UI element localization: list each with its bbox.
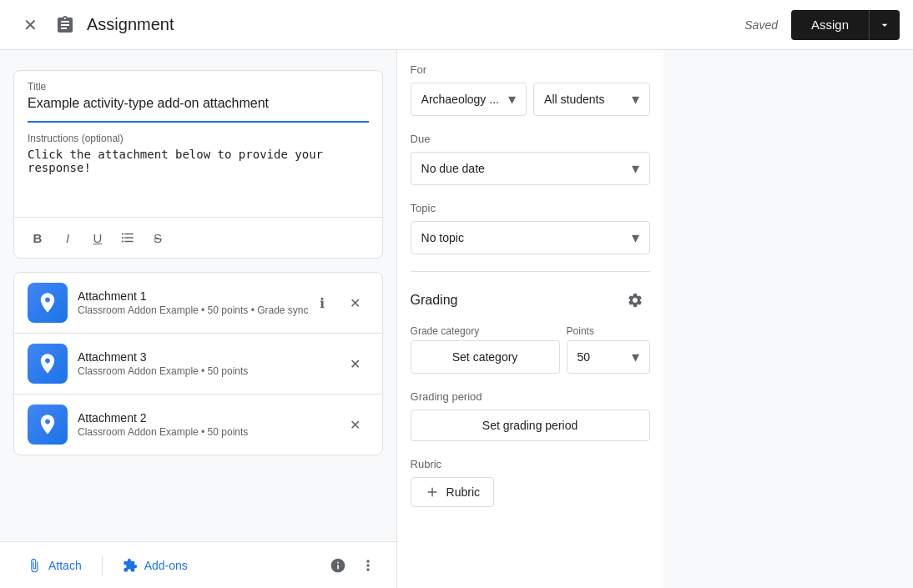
formatting-toolbar: B I U S (14, 217, 382, 258)
addons-more-button[interactable] (353, 550, 383, 580)
add-rubric-label: Rubric (446, 485, 480, 499)
right-panel: For Archaeology ... ▾ All students ▾ Due… (396, 50, 663, 588)
attachment-1-remove-button[interactable]: ✕ (342, 289, 369, 316)
assignment-icon (50, 10, 80, 40)
grading-settings-button[interactable] (620, 285, 650, 315)
attachment-3-meta: Classroom Addon Example • 50 points (78, 365, 342, 377)
bottom-divider (102, 555, 103, 575)
due-label: Due (411, 133, 650, 145)
students-chevron-icon: ▾ (632, 90, 639, 108)
assign-button[interactable]: Assign (791, 10, 869, 40)
due-value: No due date (421, 162, 485, 175)
grade-category-col: Grade category Set category (411, 325, 560, 374)
class-dropdown[interactable]: Archaeology ... ▾ (411, 83, 527, 116)
attach-label: Attach (48, 559, 82, 572)
students-value: All students (544, 93, 604, 106)
points-value: 50 (578, 350, 591, 364)
attachment-3-remove-button[interactable]: ✕ (342, 350, 369, 377)
table-row: Attachment 3 Classroom Addon Example • 5… (14, 334, 382, 395)
attachment-2-actions: ✕ (342, 411, 369, 438)
grading-section: Grading Grade category Set category Poin… (411, 285, 650, 374)
points-label: Points (567, 325, 650, 337)
main-layout: Title Instructions (optional) Click the … (0, 50, 913, 588)
addons-info-button[interactable] (323, 550, 353, 580)
grading-header: Grading (411, 285, 650, 315)
section-divider (411, 271, 650, 272)
bold-button[interactable]: B (24, 224, 51, 251)
header: ✕ Assignment Saved Assign (0, 0, 913, 50)
attachment-2-icon (28, 405, 68, 445)
list-button[interactable] (114, 224, 141, 251)
close-button[interactable]: ✕ (13, 8, 47, 42)
attachment-2-name: Attachment 2 (78, 411, 342, 425)
attachment-3-info: Attachment 3 Classroom Addon Example • 5… (78, 350, 342, 377)
topic-dropdown[interactable]: No topic ▾ (411, 221, 650, 254)
table-row: Attachment 1 Classroom Addon Example • 5… (14, 273, 382, 334)
topic-label: Topic (411, 202, 650, 214)
addons-button[interactable]: Add-ons (109, 550, 201, 580)
attachment-2-remove-button[interactable]: ✕ (342, 411, 369, 438)
rubric-section: Rubric Rubric (411, 458, 650, 507)
bottom-bar: Attach Add-ons (0, 541, 396, 588)
class-value: Archaeology ... (421, 93, 499, 106)
title-input[interactable] (28, 96, 369, 114)
grade-category-row: Grade category Set category Points 50 ▾ (411, 325, 650, 374)
grading-title: Grading (411, 293, 458, 308)
rubric-label: Rubric (411, 458, 650, 470)
title-section: Title (14, 71, 382, 121)
strikethrough-button[interactable]: S (144, 224, 171, 251)
attachment-1-actions: ℹ ✕ (309, 289, 369, 316)
underline-button[interactable]: U (84, 224, 111, 251)
students-dropdown[interactable]: All students ▾ (533, 83, 650, 116)
points-col: Points 50 ▾ (567, 325, 650, 374)
attachment-3-name: Attachment 3 (78, 350, 342, 364)
table-row: Attachment 2 Classroom Addon Example • 5… (14, 395, 382, 455)
points-dropdown[interactable]: 50 ▾ (567, 340, 650, 374)
class-chevron-icon: ▾ (508, 90, 516, 108)
attachment-1-info: Attachment 1 Classroom Addon Example • 5… (78, 289, 309, 316)
italic-button[interactable]: I (54, 224, 81, 251)
for-row: Archaeology ... ▾ All students ▾ (411, 83, 650, 116)
set-category-button[interactable]: Set category (411, 340, 560, 374)
left-panel: Title Instructions (optional) Click the … (0, 50, 396, 588)
scrollable-content: Title Instructions (optional) Click the … (0, 50, 396, 541)
assignment-details-card: Title Instructions (optional) Click the … (13, 70, 383, 259)
due-chevron-icon: ▾ (632, 159, 639, 178)
add-rubric-button[interactable]: Rubric (411, 477, 494, 507)
attachment-1-info-button[interactable]: ℹ (309, 289, 335, 316)
set-grading-period-button[interactable]: Set grading period (411, 410, 650, 441)
attachments-card: Attachment 1 Classroom Addon Example • 5… (13, 272, 383, 455)
addons-label: Add-ons (144, 559, 188, 572)
attachment-1-meta: Classroom Addon Example • 50 points • Gr… (78, 304, 309, 316)
assign-dropdown-button[interactable] (869, 10, 900, 40)
page-title: Assignment (87, 15, 744, 34)
attachment-1-name: Attachment 1 (78, 289, 309, 303)
grading-period-section: Grading period Set grading period (411, 390, 650, 441)
saved-status: Saved (744, 18, 778, 32)
due-section: Due No due date ▾ (411, 133, 650, 185)
attachment-2-meta: Classroom Addon Example • 50 points (78, 426, 342, 438)
topic-value: No topic (421, 231, 464, 244)
attachment-1-icon (28, 283, 68, 323)
points-chevron-icon: ▾ (632, 348, 639, 366)
title-label: Title (28, 81, 369, 93)
topic-section: Topic No topic ▾ (411, 202, 650, 254)
instructions-section: Instructions (optional) Click the attach… (14, 123, 382, 217)
instructions-label: Instructions (optional) (28, 133, 369, 144)
attach-button[interactable]: Attach (13, 550, 95, 580)
attachment-3-actions: ✕ (342, 350, 369, 377)
attachment-2-info: Attachment 2 Classroom Addon Example • 5… (78, 411, 342, 438)
grading-period-label: Grading period (411, 390, 650, 403)
grade-category-label: Grade category (411, 325, 560, 337)
for-section: For Archaeology ... ▾ All students ▾ (411, 63, 650, 116)
for-label: For (411, 63, 650, 76)
attachment-3-icon (28, 344, 68, 384)
due-date-dropdown[interactable]: No due date ▾ (411, 152, 650, 185)
instructions-input[interactable]: Click the attachment below to provide yo… (28, 148, 369, 214)
topic-chevron-icon: ▾ (632, 229, 639, 247)
